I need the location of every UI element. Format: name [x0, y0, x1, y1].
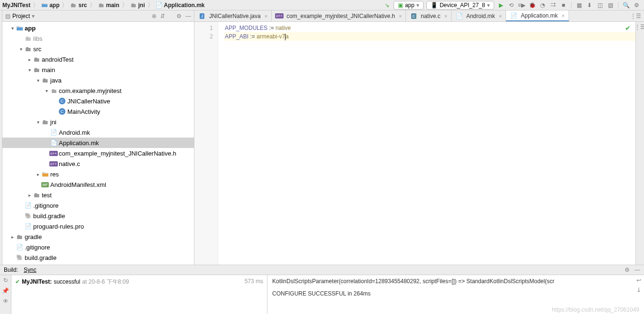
tree-row[interactable]: ▸📄.gitignore [2, 200, 194, 211]
tree-row[interactable]: ▸res [2, 169, 194, 179]
tree-row[interactable]: ▸c++native.c [2, 158, 194, 169]
project-tree[interactable]: ▾app▸🖿libs▾🖿src▸🖿androidTest▾🖿main▾🖿java… [2, 22, 194, 265]
breadcrumb-item[interactable]: app [41, 2, 60, 9]
coverage-icon[interactable]: ≡▶ [518, 1, 525, 9]
soft-wrap-icon[interactable]: ↩ [636, 277, 641, 284]
attach-debugger-icon[interactable]: ⮆ [549, 1, 557, 9]
tree-row[interactable]: ▸🐘build.gradle [2, 211, 194, 221]
tree-label: MainActivity [67, 108, 100, 115]
breadcrumb-item[interactable]: 🖿src [70, 2, 87, 9]
tree-arrow-icon[interactable]: ▸ [9, 234, 16, 240]
hide-panel-icon[interactable]: — [185, 13, 191, 19]
tree-label: java [50, 77, 62, 84]
watermark: https://blog.csdn.net/qq_27061049 [552, 306, 639, 313]
close-tab-icon[interactable]: × [499, 13, 502, 19]
tree-row[interactable]: ▸📄Application.mk [2, 138, 194, 148]
stop-icon[interactable]: ■ [560, 1, 567, 9]
close-tab-icon[interactable]: × [444, 13, 447, 19]
resource-manager-icon[interactable]: ▧ [607, 1, 614, 9]
tree-arrow-icon[interactable]: ▸ [26, 57, 33, 62]
restart-icon[interactable]: ↻ [3, 277, 8, 284]
breadcrumb[interactable]: MyJNITest〉 app〉 🖿src〉 🖿main〉 🖿jni〉 📄Appl… [0, 1, 205, 9]
tree-row[interactable]: ▸🐘build.gradle [2, 252, 194, 263]
settings-icon[interactable]: ⚙ [633, 1, 640, 9]
sdk-manager-icon[interactable]: ⬇ [586, 1, 593, 9]
split-icon[interactable]: ⋮☰ [635, 24, 644, 30]
code-line[interactable]: APP_ABI := armeabi-v7a [225, 32, 635, 41]
tree-row[interactable]: ▸📄Android.mk [2, 127, 194, 138]
build-tree[interactable]: ✔ MyJNITest: successful at 20-8-6 下午8:09… [11, 275, 267, 314]
project-panel-header[interactable]: ▤ Project ▾ ⊕ ⇵ ⚙ — [2, 10, 194, 22]
run-config-selector[interactable]: ▣app▾ [394, 1, 423, 9]
layout-inspector-icon[interactable]: ◫ [596, 1, 604, 9]
tree-row[interactable]: ▸📄proguard-rules.pro [2, 221, 194, 231]
build-panel-header[interactable]: Build: Sync ⚙ — [0, 265, 644, 275]
run-icon[interactable]: ▶ [497, 1, 505, 9]
tree-label: gradle [25, 233, 42, 240]
editor-tab[interactable]: cnative.c× [406, 10, 451, 21]
tree-label: src [33, 46, 41, 53]
tree-row[interactable]: ▸c++com_example_myjnitest_JNICallerNativ… [2, 148, 194, 158]
view-icon[interactable]: 👁 [3, 298, 9, 305]
debug-icon[interactable]: 🐞 [528, 1, 536, 9]
tree-label: res [50, 171, 59, 178]
tree-row[interactable]: ▾🖿java [2, 75, 194, 85]
tree-row[interactable]: ▾🖿jni [2, 117, 194, 127]
breadcrumb-item[interactable]: MyJNITest [2, 2, 31, 9]
module-icon [16, 24, 23, 32]
collapse-all-icon[interactable]: ⇵ [160, 13, 165, 19]
search-icon[interactable]: 🔍 [622, 1, 630, 9]
tree-row[interactable]: ▾🖿main [2, 65, 194, 75]
tree-arrow-icon[interactable]: ▾ [18, 46, 24, 52]
tree-row[interactable]: ▸🖿test [2, 190, 194, 200]
tree-arrow-icon[interactable]: ▾ [35, 78, 41, 83]
build-console[interactable]: KotlinDslScriptsParameter(correlationId=… [267, 275, 644, 314]
tree-row[interactable]: ▾🖿com.example.myjnitest [2, 85, 194, 96]
tree-arrow-icon[interactable]: ▾ [26, 67, 33, 73]
editor-tab[interactable]: JJNICallerNative.java× [194, 10, 272, 21]
editor-tab[interactable]: 📄Android.mk× [451, 10, 506, 21]
editor-tab[interactable]: c++com_example_myjnitest_JNICallerNative… [272, 10, 406, 21]
scroll-end-icon[interactable]: ⤓ [636, 286, 641, 293]
editor-body[interactable]: 1 2 APP_MODULES := native APP_ABI := arm… [194, 22, 644, 265]
tree-row[interactable]: ▸🖿gradle [2, 231, 194, 242]
inspections-ok-icon[interactable]: ✔ [625, 24, 631, 32]
tree-row[interactable]: ▸🖿androidTest [2, 54, 194, 65]
code-area[interactable]: APP_MODULES := native APP_ABI := armeabi… [218, 22, 635, 265]
tree-row[interactable]: ▸📄.gitignore [2, 242, 194, 252]
tree-row[interactable]: ▸CJNICallerNative [2, 96, 194, 106]
tree-arrow-icon[interactable]: ▸ [35, 172, 41, 177]
editor-tab[interactable]: 📄Application.mk× [506, 10, 569, 21]
build-tab-sync[interactable]: Sync [24, 267, 37, 273]
device-selector[interactable]: 📱Device_API_27_8▾ [426, 1, 494, 9]
breadcrumb-item[interactable]: 📄Application.mk [156, 2, 205, 9]
tree-row[interactable]: ▾app [2, 23, 194, 33]
code-line[interactable]: APP_MODULES := native [225, 24, 635, 32]
sync-icon[interactable]: ↘ [383, 1, 391, 9]
close-tab-icon[interactable]: × [399, 13, 402, 19]
tree-arrow-icon[interactable]: ▾ [35, 120, 41, 125]
tree-row[interactable]: ▸🖿libs [2, 33, 194, 44]
pin-icon[interactable]: 📌 [2, 287, 9, 294]
locate-icon[interactable]: ⊕ [152, 13, 156, 19]
breadcrumb-item[interactable]: 🖿jni [130, 2, 146, 9]
tree-row[interactable]: ▸CMainActivity [2, 106, 194, 117]
close-tab-icon[interactable]: × [561, 13, 564, 18]
tree-row[interactable]: ▸MFAndroidManifest.xml [2, 179, 194, 190]
build-settings-icon[interactable]: ⚙ [625, 267, 630, 273]
tabs-overflow-icon[interactable]: ⋮☰ [627, 10, 644, 21]
close-tab-icon[interactable]: × [265, 13, 267, 19]
build-panel-body: ↻ 📌 👁 ✔ MyJNITest: successful at 20-8-6 … [0, 275, 644, 314]
mk-icon: 📄 [510, 12, 517, 19]
settings-gear-icon[interactable]: ⚙ [176, 13, 182, 19]
profile-icon[interactable]: ◔ [539, 1, 546, 9]
editor-tabs[interactable]: JJNICallerNative.java×c++com_example_myj… [194, 10, 644, 22]
tree-arrow-icon[interactable]: ▸ [26, 193, 33, 198]
tree-row[interactable]: ▾🖿src [2, 44, 194, 54]
tree-arrow-icon[interactable]: ▾ [9, 26, 16, 31]
tree-arrow-icon[interactable]: ▾ [43, 88, 50, 93]
breadcrumb-item[interactable]: 🖿main [98, 2, 120, 9]
build-hide-icon[interactable]: — [635, 267, 640, 273]
avd-manager-icon[interactable]: ▦ [575, 1, 583, 9]
apply-changes-icon[interactable]: ⟲ [507, 1, 515, 9]
